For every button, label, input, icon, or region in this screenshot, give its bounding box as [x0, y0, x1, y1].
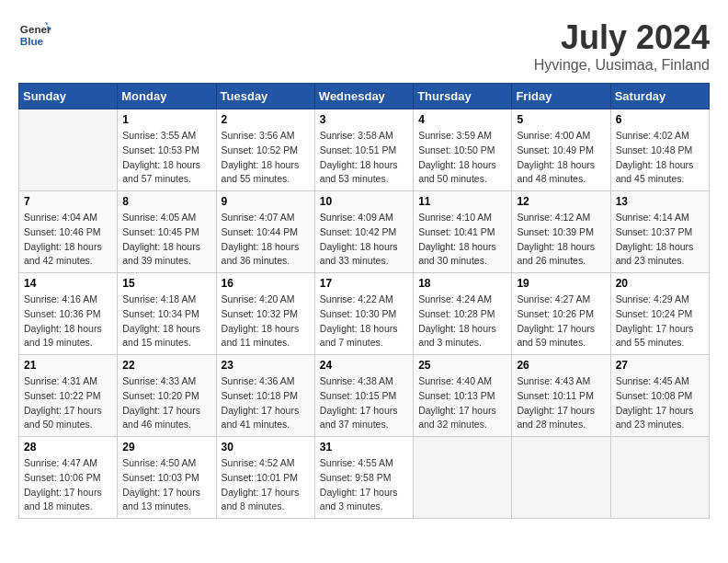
day-number: 12 [517, 195, 605, 208]
day-info: Sunrise: 4:09 AM Sunset: 10:42 PM Daylig… [320, 211, 408, 269]
day-number: 18 [418, 277, 506, 290]
day-cell: 14Sunrise: 4:16 AM Sunset: 10:36 PM Dayl… [19, 273, 118, 355]
week-row-2: 7Sunrise: 4:04 AM Sunset: 10:46 PM Dayli… [19, 191, 710, 273]
day-cell: 6Sunrise: 4:02 AM Sunset: 10:48 PM Dayli… [610, 109, 709, 191]
col-header-wednesday: Wednesday [314, 84, 413, 109]
day-info: Sunrise: 4:43 AM Sunset: 10:11 PM Daylig… [517, 374, 605, 432]
day-info: Sunrise: 4:24 AM Sunset: 10:28 PM Daylig… [418, 293, 506, 350]
day-number: 14 [24, 277, 112, 290]
col-header-sunday: Sunday [19, 84, 118, 109]
day-cell: 15Sunrise: 4:18 AM Sunset: 10:34 PM Dayl… [118, 273, 216, 355]
day-cell: 26Sunrise: 4:43 AM Sunset: 10:11 PM Dayl… [512, 355, 610, 437]
day-info: Sunrise: 4:10 AM Sunset: 10:41 PM Daylig… [418, 211, 506, 269]
day-number: 24 [320, 359, 408, 372]
day-cell: 28Sunrise: 4:47 AM Sunset: 10:06 PM Dayl… [19, 437, 118, 519]
day-info: Sunrise: 4:50 AM Sunset: 10:03 PM Daylig… [122, 456, 210, 514]
day-cell: 2Sunrise: 3:56 AM Sunset: 10:52 PM Dayli… [216, 109, 314, 191]
day-info: Sunrise: 3:55 AM Sunset: 10:53 PM Daylig… [122, 129, 210, 187]
day-info: Sunrise: 4:55 AM Sunset: 9:58 PM Dayligh… [320, 456, 408, 514]
day-cell [414, 437, 512, 519]
day-number: 4 [418, 113, 506, 126]
day-cell: 31Sunrise: 4:55 AM Sunset: 9:58 PM Dayli… [314, 437, 413, 519]
day-cell: 25Sunrise: 4:40 AM Sunset: 10:13 PM Dayl… [414, 355, 512, 437]
day-cell: 29Sunrise: 4:50 AM Sunset: 10:03 PM Dayl… [118, 437, 216, 519]
day-info: Sunrise: 4:20 AM Sunset: 10:32 PM Daylig… [222, 293, 310, 350]
day-cell [512, 437, 610, 519]
day-cell: 22Sunrise: 4:33 AM Sunset: 10:20 PM Dayl… [118, 355, 216, 437]
day-info: Sunrise: 4:52 AM Sunset: 10:01 PM Daylig… [222, 456, 310, 514]
day-number: 11 [418, 195, 506, 208]
day-cell: 19Sunrise: 4:27 AM Sunset: 10:26 PM Dayl… [512, 273, 610, 355]
day-info: Sunrise: 4:04 AM Sunset: 10:46 PM Daylig… [24, 211, 112, 269]
day-number: 20 [616, 277, 704, 290]
day-number: 9 [222, 195, 310, 208]
header: General Blue General Blue July 2024 Hyvi… [18, 18, 710, 74]
day-info: Sunrise: 4:22 AM Sunset: 10:30 PM Daylig… [320, 293, 408, 350]
day-info: Sunrise: 4:00 AM Sunset: 10:49 PM Daylig… [517, 129, 605, 187]
week-row-4: 21Sunrise: 4:31 AM Sunset: 10:22 PM Dayl… [19, 355, 710, 437]
day-cell: 12Sunrise: 4:12 AM Sunset: 10:39 PM Dayl… [512, 191, 610, 273]
day-cell [19, 109, 118, 191]
col-header-saturday: Saturday [610, 84, 709, 109]
day-cell: 20Sunrise: 4:29 AM Sunset: 10:24 PM Dayl… [610, 273, 709, 355]
day-number: 19 [517, 277, 605, 290]
day-cell: 24Sunrise: 4:38 AM Sunset: 10:15 PM Dayl… [314, 355, 413, 437]
day-cell: 9Sunrise: 4:07 AM Sunset: 10:44 PM Dayli… [216, 191, 314, 273]
week-row-5: 28Sunrise: 4:47 AM Sunset: 10:06 PM Dayl… [19, 437, 710, 519]
day-cell: 27Sunrise: 4:45 AM Sunset: 10:08 PM Dayl… [610, 355, 709, 437]
day-number: 28 [24, 441, 112, 454]
day-number: 22 [122, 359, 210, 372]
day-cell: 3Sunrise: 3:58 AM Sunset: 10:51 PM Dayli… [314, 109, 413, 191]
day-cell [610, 437, 709, 519]
day-number: 17 [320, 277, 408, 290]
day-number: 10 [320, 195, 408, 208]
calendar-table: SundayMondayTuesdayWednesdayThursdayFrid… [18, 83, 710, 519]
day-info: Sunrise: 4:33 AM Sunset: 10:20 PM Daylig… [122, 374, 210, 432]
day-info: Sunrise: 4:38 AM Sunset: 10:15 PM Daylig… [320, 374, 408, 432]
day-cell: 30Sunrise: 4:52 AM Sunset: 10:01 PM Dayl… [216, 437, 314, 519]
day-number: 30 [222, 441, 310, 454]
day-info: Sunrise: 4:05 AM Sunset: 10:45 PM Daylig… [122, 211, 210, 269]
day-number: 23 [222, 359, 310, 372]
day-info: Sunrise: 4:40 AM Sunset: 10:13 PM Daylig… [418, 374, 506, 432]
day-cell: 5Sunrise: 4:00 AM Sunset: 10:49 PM Dayli… [512, 109, 610, 191]
day-number: 26 [517, 359, 605, 372]
day-number: 2 [222, 113, 310, 126]
day-number: 13 [616, 195, 704, 208]
day-number: 29 [122, 441, 210, 454]
day-cell: 4Sunrise: 3:59 AM Sunset: 10:50 PM Dayli… [414, 109, 512, 191]
day-info: Sunrise: 4:45 AM Sunset: 10:08 PM Daylig… [616, 374, 704, 432]
day-cell: 7Sunrise: 4:04 AM Sunset: 10:46 PM Dayli… [19, 191, 118, 273]
day-info: Sunrise: 4:02 AM Sunset: 10:48 PM Daylig… [616, 129, 704, 187]
week-row-1: 1Sunrise: 3:55 AM Sunset: 10:53 PM Dayli… [19, 109, 710, 191]
day-info: Sunrise: 4:29 AM Sunset: 10:24 PM Daylig… [616, 293, 704, 350]
day-number: 1 [122, 113, 210, 126]
day-info: Sunrise: 3:58 AM Sunset: 10:51 PM Daylig… [320, 129, 408, 187]
day-number: 15 [122, 277, 210, 290]
day-number: 3 [320, 113, 408, 126]
col-header-tuesday: Tuesday [216, 84, 314, 109]
day-cell: 1Sunrise: 3:55 AM Sunset: 10:53 PM Dayli… [118, 109, 216, 191]
day-number: 5 [517, 113, 605, 126]
day-info: Sunrise: 4:07 AM Sunset: 10:44 PM Daylig… [222, 211, 310, 269]
day-number: 16 [222, 277, 310, 290]
day-number: 27 [616, 359, 704, 372]
day-cell: 13Sunrise: 4:14 AM Sunset: 10:37 PM Dayl… [610, 191, 709, 273]
day-info: Sunrise: 3:59 AM Sunset: 10:50 PM Daylig… [418, 129, 506, 187]
svg-text:General: General [20, 23, 51, 35]
week-row-3: 14Sunrise: 4:16 AM Sunset: 10:36 PM Dayl… [19, 273, 710, 355]
day-number: 7 [24, 195, 112, 208]
day-cell: 21Sunrise: 4:31 AM Sunset: 10:22 PM Dayl… [19, 355, 118, 437]
day-cell: 8Sunrise: 4:05 AM Sunset: 10:45 PM Dayli… [118, 191, 216, 273]
day-info: Sunrise: 4:16 AM Sunset: 10:36 PM Daylig… [24, 293, 112, 350]
day-info: Sunrise: 4:12 AM Sunset: 10:39 PM Daylig… [517, 211, 605, 269]
day-cell: 16Sunrise: 4:20 AM Sunset: 10:32 PM Dayl… [216, 273, 314, 355]
col-header-thursday: Thursday [414, 84, 512, 109]
day-number: 31 [320, 441, 408, 454]
calendar-subtitle: Hyvinge, Uusimaa, Finland [534, 57, 710, 74]
title-area: July 2024 Hyvinge, Uusimaa, Finland [534, 18, 710, 74]
col-header-monday: Monday [118, 84, 216, 109]
day-cell: 11Sunrise: 4:10 AM Sunset: 10:41 PM Dayl… [414, 191, 512, 273]
day-info: Sunrise: 4:27 AM Sunset: 10:26 PM Daylig… [517, 293, 605, 350]
day-number: 25 [418, 359, 506, 372]
